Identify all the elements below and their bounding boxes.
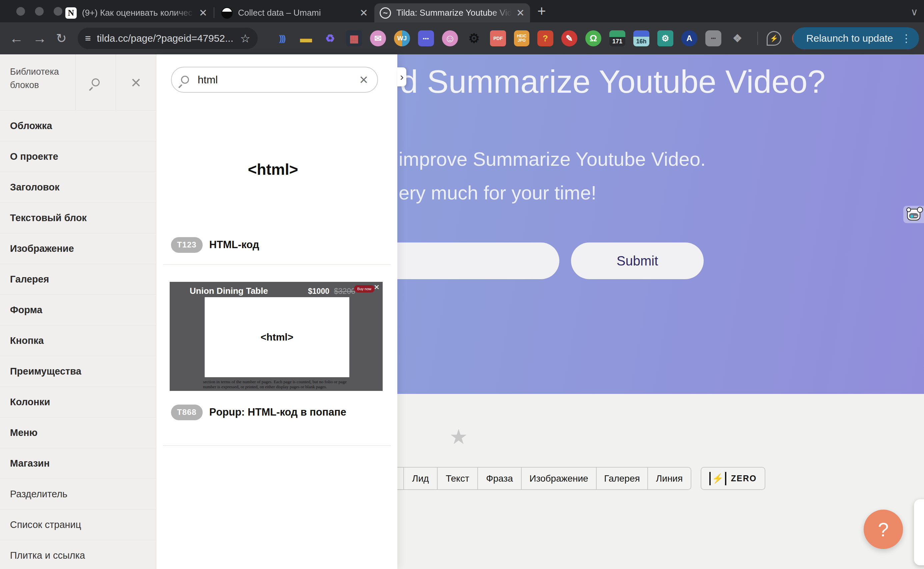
extension-heic-jpg-icon[interactable]: HEIC JPG <box>514 30 530 46</box>
back-button[interactable]: ← <box>9 31 23 46</box>
performance-leaf-icon[interactable]: ⚡ <box>767 31 781 46</box>
relaunch-label: Relaunch to update <box>806 33 893 44</box>
window-minimize-button[interactable] <box>35 7 44 16</box>
extensions-puzzle-icon[interactable]: ❖ <box>729 30 745 46</box>
sidebar-item-title[interactable]: Заголовок <box>0 172 156 202</box>
tab-search-chevron-icon[interactable]: ∨ <box>911 6 918 18</box>
tab-title: Collect data – Umami <box>238 8 355 18</box>
extension-pen-icon[interactable]: ✎ <box>561 30 577 46</box>
search-icon <box>181 76 189 84</box>
extension-doc-gear-icon[interactable]: ⚙ <box>657 30 673 46</box>
tab-close-icon[interactable]: ✕ <box>360 7 368 19</box>
sidebar-item-divider[interactable]: Разделитель <box>0 479 156 509</box>
zero-block-button[interactable]: ⚡ ZERO <box>701 467 765 490</box>
sidebar-item-advantages[interactable]: Преимущества <box>0 356 156 386</box>
browser-tab-notion[interactable]: N (9+) Как оценивать количес ✕ <box>60 3 213 22</box>
browser-tab-umami[interactable]: Collect data – Umami ✕ <box>216 3 373 22</box>
extension-translator-wj-icon[interactable]: WJ <box>394 30 410 46</box>
bookmark-star-icon[interactable]: ☆ <box>240 32 250 45</box>
page-body-text: improve Summarize Youtube Video. ery muc… <box>399 142 706 210</box>
sidebar-item-columns[interactable]: Колонки <box>0 386 156 417</box>
library-close-button[interactable]: × <box>116 54 156 110</box>
block-tab-line[interactable]: Линия <box>647 468 691 489</box>
tab-close-icon[interactable]: ✕ <box>516 7 525 19</box>
extension-chat-dots-icon[interactable]: ••• <box>418 30 434 46</box>
block-result-t123[interactable]: T123 HTML-код <box>171 237 259 253</box>
extension-bell-icon[interactable]: Ω <box>585 30 601 46</box>
sidebar-item-form[interactable]: Форма <box>0 295 156 325</box>
extension-mail-icon[interactable]: ✉ <box>370 30 386 46</box>
extension-search-gear-icon[interactable]: ⚙ <box>466 30 482 46</box>
relaunch-update-button[interactable]: Relaunch to update ⋮ <box>793 27 919 49</box>
tab-title: (9+) Как оценивать количес <box>82 8 194 18</box>
tab-separator <box>214 7 214 18</box>
sidebar-item-about[interactable]: О проекте <box>0 141 156 172</box>
browser-tab-strip: N (9+) Как оценивать количес ✕ Collect d… <box>0 0 924 22</box>
extension-trash-icon[interactable]: ♻ <box>322 30 338 46</box>
block-result-label: Popup: HTML-код в попапе <box>209 406 346 418</box>
extension-wireless-signal-icon[interactable]: ))) <box>274 30 290 46</box>
block-tab-image[interactable]: Изображение <box>521 468 596 489</box>
block-tab-gallery[interactable]: Галерея <box>596 468 647 489</box>
url-text: tilda.cc/page/?pageid=47952... <box>97 33 237 44</box>
extension-password-lock-icon[interactable]: ? <box>537 30 553 46</box>
reload-button[interactable]: ↻ <box>56 31 67 46</box>
favorite-star-icon: ★ <box>449 424 468 449</box>
extension-smiley-icon[interactable]: ☺ <box>442 30 458 46</box>
search-query-text: html <box>198 74 360 86</box>
block-search-input[interactable]: html × <box>171 67 378 93</box>
robot-icon <box>907 209 920 221</box>
preview-popup-modal: <html> <box>205 297 349 377</box>
block-preview-html[interactable]: <html> <box>156 160 390 178</box>
extension-tab-counter-badge[interactable]: 171 <box>609 30 625 46</box>
browser-menu-icon[interactable]: ⋮ <box>901 32 912 45</box>
floating-widget-partial[interactable] <box>914 499 924 565</box>
extension-credit-card-icon[interactable]: ▬ <box>298 30 314 46</box>
block-preview-popup[interactable]: Union Dining Table $1000 $3200 Buy now ×… <box>170 282 383 391</box>
sidebar-item-image[interactable]: Изображение <box>0 233 156 264</box>
forward-button[interactable]: → <box>33 31 47 46</box>
preview-product-title: Union Dining Table <box>190 286 268 296</box>
site-settings-icon[interactable]: ≡ <box>85 33 91 44</box>
preview-page-text: section in terms of the number of pages.… <box>203 379 357 389</box>
extension-time-badge[interactable]: 16h <box>633 30 649 46</box>
quick-add-block-bar: Лид Текст Фраза Изображение Галерея Лини… <box>386 467 691 490</box>
tab-close-icon[interactable]: ✕ <box>199 7 207 19</box>
sidebar-item-menu[interactable]: Меню <box>0 417 156 448</box>
block-tab-lead[interactable]: Лид <box>403 468 437 489</box>
block-result-t868[interactable]: T868 Popup: HTML-код в попапе <box>171 404 346 420</box>
block-tab-text[interactable]: Текст <box>437 468 477 489</box>
sidebar-item-page-list[interactable]: Список страниц <box>0 509 156 540</box>
block-library-sidebar: Библиотека блоков × Обложка О проекте За… <box>0 54 156 569</box>
extension-pdf-icon[interactable]: PDF <box>490 30 506 46</box>
umami-favicon <box>222 7 233 19</box>
block-tab-phrase[interactable]: Фраза <box>477 468 521 489</box>
preview-price: $1000 <box>308 287 329 296</box>
clear-search-icon[interactable]: × <box>360 73 368 87</box>
preview-buy-button: Buy now <box>354 285 375 292</box>
toolbar-separator <box>757 32 758 45</box>
panel-collapse-handle[interactable]: › <box>398 67 406 87</box>
browser-tab-tilda-active[interactable]: ~ Tilda: Summarize Youtube Vid ✕ <box>374 3 530 22</box>
sidebar-item-text-block[interactable]: Текстовый блок <box>0 202 156 233</box>
block-id-badge: T123 <box>171 237 203 253</box>
library-search-button[interactable] <box>75 54 116 110</box>
submit-button[interactable]: Submit <box>571 242 704 279</box>
sidebar-item-tile-link[interactable]: Плитка и ссылка <box>0 540 156 569</box>
help-button[interactable]: ? <box>864 510 903 549</box>
sidebar-item-gallery[interactable]: Галерея <box>0 264 156 295</box>
new-tab-button[interactable]: + <box>537 3 546 19</box>
sidebar-item-button[interactable]: Кнопка <box>0 325 156 356</box>
chevron-right-icon: › <box>400 71 404 83</box>
extension-chat-muted-icon[interactable]: ••• <box>706 30 721 46</box>
extension-translate-icon[interactable]: A <box>681 30 697 46</box>
sidebar-item-store[interactable]: Магазин <box>0 448 156 479</box>
search-icon <box>92 78 100 87</box>
sidebar-item-cover[interactable]: Обложка <box>0 110 156 141</box>
notion-favicon: N <box>65 7 77 19</box>
block-id-badge: T868 <box>171 405 203 420</box>
address-bar[interactable]: ≡ tilda.cc/page/?pageid=47952... ☆ <box>78 28 258 49</box>
extension-qr-code-icon[interactable]: ▦ <box>346 30 362 46</box>
window-close-button[interactable] <box>16 7 25 16</box>
assistant-robot-widget[interactable] <box>903 206 924 223</box>
